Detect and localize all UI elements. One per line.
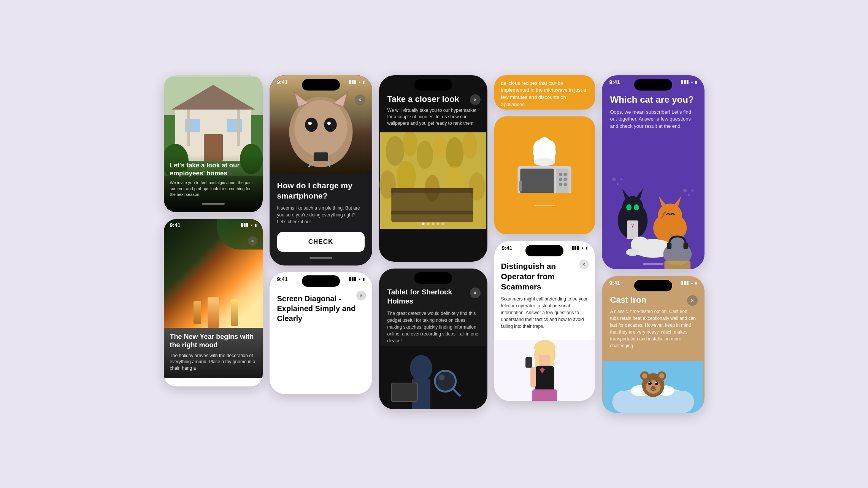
svg-point-99 [626,248,639,256]
whichcat-title: Which cat are you? [610,94,696,105]
svg-point-60 [559,183,562,186]
card-screen-diagonal: 9:41 ▋▋▋▲▮ × Screen Diagonal - Explained… [270,272,372,394]
status-icons-newyear: ▋▋▋ ▲ ▮ [241,223,257,227]
svg-point-59 [563,178,567,181]
card-recipes-full [494,116,595,234]
svg-rect-36 [391,188,473,222]
close-btn-closer[interactable]: × [470,94,481,105]
card-scammers: 9:41 ▋▋▋▲▮ × Distinguish an Operator fro… [494,241,595,401]
svg-rect-8 [237,110,240,146]
svg-point-89 [633,205,639,211]
svg-rect-23 [314,152,328,161]
column-3: × Take a closer look We will virtually t… [379,75,487,409]
svg-point-124 [651,386,655,389]
svg-point-20 [308,121,311,125]
newyear-title: The New Year begins with the right mood [170,332,257,350]
svg-point-21 [327,121,330,125]
svg-point-120 [648,381,652,385]
employees-homes-title: Let's take a look at our employees' home… [170,161,257,178]
card-which-cat: 9:41 ▋▋▋▲▮ Which cat are you? Oops, we m… [602,75,705,269]
close-btn-castiron[interactable]: × [687,295,698,306]
status-icons-scammers: ▋▋▋▲▮ [572,246,587,250]
svg-rect-105 [667,243,671,249]
svg-point-25 [386,136,404,165]
svg-rect-54 [556,168,569,193]
card-cast-iron: 9:41 ▋▋▋▲▮ × Cast Iron A classic, time-t… [602,276,705,413]
cats-illustration [602,168,705,269]
svg-rect-38 [391,210,473,214]
svg-point-121 [654,381,658,385]
detective-svg [379,346,487,409]
svg-rect-107 [664,261,690,269]
close-btn-screen[interactable]: × [356,291,366,300]
svg-rect-53 [520,168,554,193]
cat-charge-title: How do I charge my smartphone? [277,180,365,201]
column-5: 9:41 ▋▋▋▲▮ Which cat are you? Oops, we m… [602,75,705,413]
svg-point-17 [294,100,347,157]
svg-rect-37 [391,188,473,193]
scammers-desc: Scammers might call pretending to be you… [501,296,588,330]
column-2: 9:41 ▋▋▋▲▮ × [270,75,372,394]
newyear-desc: The holiday arrives with the decoration … [170,353,257,372]
recipes-top-content: delicious recipes that can be implemente… [494,75,595,110]
dynamic-island-sherlock [414,272,452,284]
bear-svg [602,361,705,413]
wallpaper-image [379,132,487,229]
svg-point-58 [559,178,562,181]
svg-point-19 [324,118,336,132]
time-screen: 9:41 [277,276,288,282]
status-bar-newyear: 9:41 ▋▋▋ ▲ ▮ [164,219,263,228]
svg-rect-71 [530,367,536,388]
dynamic-island-screen [302,275,340,287]
svg-rect-69 [535,366,554,393]
column-1: Let's take a look at our employees' home… [164,75,263,386]
svg-point-30 [462,132,477,159]
svg-point-22 [319,132,323,135]
svg-point-81 [691,189,693,192]
svg-point-78 [620,178,622,181]
svg-point-118 [659,373,664,378]
xmas-photo [164,219,263,328]
svg-rect-55 [519,181,522,191]
svg-rect-75 [546,399,550,401]
card-sherlock: × Tablet for Sherlock Holmes The great d… [379,269,487,409]
svg-point-88 [626,205,632,211]
svg-point-27 [416,140,433,168]
card-employees-homes: Let's take a look at our employees' home… [164,75,263,212]
svg-point-18 [305,118,317,132]
svg-point-57 [563,173,567,176]
svg-point-42 [435,371,455,392]
svg-point-123 [655,381,656,383]
closer-look-desc: We will virtually take you to our hyperm… [387,107,479,127]
sherlock-title: Tablet for Sherlock Holmes [387,288,479,306]
svg-point-40 [410,355,432,381]
svg-rect-44 [391,383,417,402]
svg-rect-7 [187,110,190,146]
close-btn-newyear[interactable]: × [248,236,257,246]
svg-point-77 [612,178,616,181]
whichcat-progress [643,263,663,265]
employees-homes-desc: We invite you to feel nostalgic about th… [170,180,257,197]
svg-rect-106 [683,243,688,249]
closer-look-title: Take a closer look [387,94,479,104]
close-btn-sherlock[interactable]: × [470,288,481,298]
card-recipes-top: delicious recipes that can be implemente… [494,75,595,110]
scammers-woman-img [494,340,595,401]
svg-rect-87 [627,221,638,239]
castiron-desc: A classic, time-tested option. Cast iron… [610,308,696,349]
recipes-desc: delicious recipes that can be implemente… [501,80,588,108]
svg-point-82 [687,194,690,196]
close-btn-cat[interactable]: × [355,94,365,105]
woman-svg [494,340,595,401]
screen-diag-title: Screen Diagonal - Explained Simply and C… [277,294,365,323]
progress-indicator [202,203,225,205]
svg-point-45 [438,374,444,380]
check-button[interactable]: CHECK [277,232,365,252]
bear-image [602,361,705,413]
cat-charge-content: How do I charge my smartphone? It seems … [270,174,372,265]
svg-point-80 [683,189,687,192]
card-new-year: 9:41 ▋▋▋ ▲ ▮ × The New Year begins [164,219,263,386]
column-4: delicious recipes that can be implemente… [494,75,595,401]
close-btn-scammers[interactable]: × [579,259,589,269]
dynamic-island-scammers [525,245,563,256]
